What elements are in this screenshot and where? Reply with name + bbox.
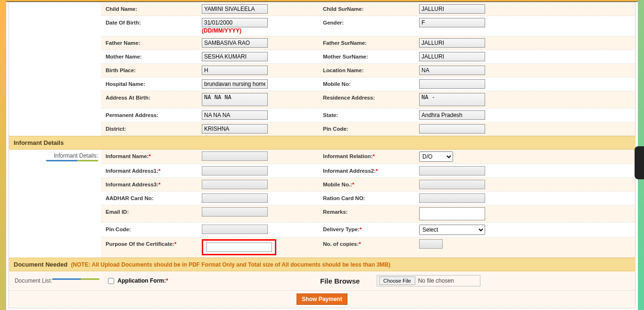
- dob-hint: (DD/MM/YYYY): [202, 27, 241, 34]
- input-pincode[interactable]: [419, 124, 485, 134]
- show-payment-button[interactable]: Show Payment: [297, 293, 347, 305]
- input-informant-address1[interactable]: [202, 166, 268, 176]
- input-purpose[interactable]: [206, 243, 272, 252]
- input-informant-pincode[interactable]: [202, 225, 268, 234]
- input-father-name[interactable]: [202, 38, 268, 48]
- select-informant-relation[interactable]: D/O: [419, 151, 453, 162]
- label-informant-address2: Informant Address2:*: [318, 164, 417, 177]
- label-birth-place: Birth Place:: [101, 64, 200, 77]
- informant-side-label: Informant Details:: [9, 150, 101, 258]
- label-copies: No. of copies:*: [318, 237, 417, 257]
- input-aadhar[interactable]: [202, 193, 268, 203]
- label-permanent-address: Permanent Address:: [101, 109, 200, 122]
- choose-file-button[interactable]: Choose File: [379, 276, 415, 285]
- input-residence-address[interactable]: NA -: [419, 93, 485, 106]
- input-ration[interactable]: [419, 193, 485, 203]
- label-informant-name: Informant Name:*: [101, 150, 200, 164]
- label-informant-address1: Informant Address1:*: [101, 164, 200, 177]
- input-informant-address2[interactable]: [419, 166, 485, 176]
- label-informant-mobile: Mobile No.:*: [318, 178, 417, 191]
- label-district: District:: [101, 122, 200, 135]
- label-remarks: Remarks:: [318, 205, 417, 222]
- file-input[interactable]: Choose File No file chosen: [377, 275, 480, 286]
- input-address-birth[interactable]: NA NA NA: [202, 93, 268, 106]
- label-informant-pincode: Pin Code:: [101, 223, 200, 237]
- label-father-surname: Father SurName:: [318, 36, 417, 50]
- input-birth-place[interactable]: [202, 66, 268, 75]
- label-hospital-name: Hospital Name:: [101, 77, 200, 91]
- purpose-highlight: [202, 239, 276, 255]
- label-delivery-type: Delivery Type:*: [318, 223, 417, 237]
- label-residence-address: Residence Address:: [318, 91, 417, 108]
- input-permanent-address[interactable]: [202, 110, 268, 120]
- section-document-needed: Document Needed (NOTE: All Upload Docume…: [9, 258, 635, 271]
- label-mobile-no: Mobile No:: [318, 77, 417, 91]
- input-child-name[interactable]: [202, 4, 268, 14]
- side-help-tab[interactable]: [635, 146, 644, 179]
- checkbox-application-form[interactable]: [108, 278, 114, 284]
- label-application-form: Application Form:*: [117, 277, 168, 284]
- input-informant-address3[interactable]: [202, 180, 268, 189]
- label-state: State:: [318, 109, 417, 122]
- label-purpose: Purpose Of the Certificate:*: [101, 237, 200, 257]
- document-list-side: Document List:: [9, 277, 103, 284]
- input-state[interactable]: [419, 110, 485, 120]
- label-aadhar: AADHAR Card No:: [101, 192, 200, 205]
- input-gender[interactable]: [419, 18, 485, 27]
- child-details-side: [9, 2, 101, 136]
- input-father-surname[interactable]: [419, 38, 485, 48]
- label-location-name: Location Name:: [318, 64, 417, 77]
- input-mother-name[interactable]: [202, 52, 268, 61]
- label-pincode: Pin Code:: [318, 122, 417, 135]
- label-dob: Date Of Birth:: [101, 16, 200, 36]
- label-child-surname: Child SurName:: [318, 2, 417, 16]
- label-gender: Gender:: [318, 16, 417, 36]
- label-address-birth: Address At Birth:: [101, 91, 200, 108]
- label-informant-address3: Informant Address3:*: [101, 178, 200, 191]
- input-location-name[interactable]: [419, 66, 485, 75]
- input-hospital-name[interactable]: [202, 79, 268, 89]
- section-informant-details: Informant Details: [9, 136, 635, 150]
- label-informant-relation: Informant Relation:*: [318, 150, 417, 164]
- input-informant-name[interactable]: [202, 151, 268, 161]
- input-copies[interactable]: [419, 239, 443, 249]
- input-email[interactable]: [202, 207, 268, 217]
- label-email: Email ID:: [101, 205, 200, 222]
- label-mother-name: Mother Name:: [101, 50, 200, 63]
- label-father-name: Father Name:: [101, 36, 200, 50]
- input-remarks[interactable]: [419, 207, 485, 220]
- input-district[interactable]: [202, 124, 268, 134]
- input-mobile-no[interactable]: [419, 79, 485, 89]
- label-mother-surname: Mother SurName:: [318, 50, 417, 63]
- select-delivery-type[interactable]: Select: [419, 225, 485, 235]
- input-mother-surname[interactable]: [419, 52, 485, 61]
- input-informant-mobile[interactable]: [419, 180, 485, 189]
- no-file-text: No file chosen: [415, 277, 454, 284]
- label-child-name: Child Name:: [101, 2, 200, 16]
- label-ration: Ration Card NO:: [318, 192, 417, 205]
- input-dob[interactable]: [202, 18, 268, 27]
- label-file-browse: File Browse: [320, 277, 377, 285]
- input-child-surname[interactable]: [419, 4, 485, 14]
